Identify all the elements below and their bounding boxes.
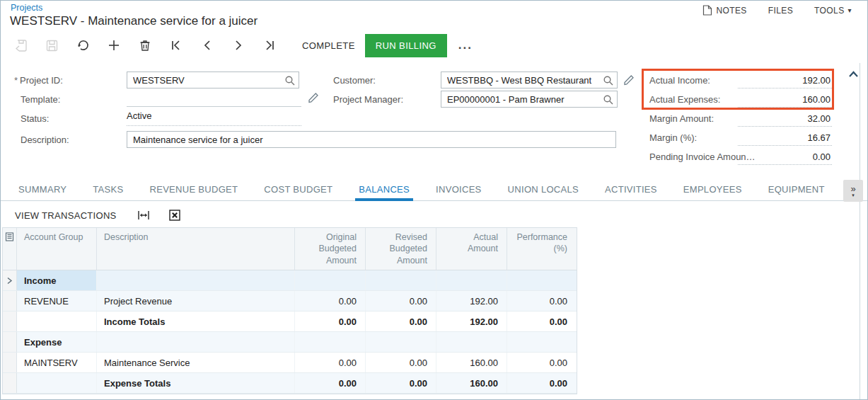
cell-revised-budgeted[interactable]: 0.00 — [366, 373, 436, 393]
tab-revenue-budget[interactable]: REVENUE BUDGET — [146, 178, 241, 200]
cell-description[interactable] — [97, 332, 295, 352]
project-manager-field[interactable] — [441, 91, 618, 108]
cell-actual-amount[interactable] — [436, 332, 507, 352]
row-selector[interactable] — [3, 270, 17, 290]
cell-revised-budgeted[interactable] — [366, 270, 436, 290]
customer-edit-pencil-icon[interactable] — [623, 74, 635, 86]
table-row[interactable]: Expense Totals 0.00 0.00 160.00 0.00 — [3, 373, 577, 394]
tab-equipment[interactable]: EQUIPMENT — [765, 178, 828, 200]
column-header-original-budgeted-amount[interactable]: Original Budgeted Amount — [295, 228, 366, 270]
cell-account-group[interactable] — [17, 373, 97, 393]
customer-field[interactable] — [441, 72, 618, 88]
search-icon[interactable] — [602, 93, 615, 106]
row-selector[interactable] — [3, 312, 17, 331]
cell-original-budgeted[interactable]: 0.00 — [295, 373, 366, 393]
project-id-input[interactable] — [127, 72, 299, 88]
tools-button[interactable]: TOOLS ▾ — [814, 6, 852, 16]
cell-revised-budgeted[interactable]: 0.00 — [366, 353, 436, 372]
notes-button[interactable]: NOTES — [702, 5, 746, 16]
collapse-panel-chevron-up-icon[interactable] — [848, 70, 860, 80]
description-field[interactable] — [127, 131, 616, 148]
tab-balances[interactable]: BALANCES — [355, 178, 413, 200]
cell-performance[interactable]: 0.00 — [507, 312, 576, 331]
row-selector[interactable] — [3, 373, 17, 393]
tab-cost-budget[interactable]: COST BUDGET — [260, 178, 336, 200]
delete-record-button[interactable] — [138, 38, 152, 52]
column-header-account-group[interactable]: Account Group — [17, 228, 97, 270]
cell-description[interactable]: Project Revenue — [97, 291, 295, 311]
customer-input[interactable] — [441, 72, 617, 88]
cell-performance[interactable] — [507, 332, 576, 352]
project-manager-input[interactable] — [441, 91, 617, 107]
column-header-revised-budgeted-amount[interactable]: Revised Budgeted Amount — [366, 228, 436, 270]
cell-actual-amount[interactable]: 192.00 — [436, 291, 507, 311]
search-icon[interactable] — [284, 74, 296, 87]
tab-activities[interactable]: ACTIVITIES — [601, 178, 661, 200]
cell-performance[interactable]: 0.00 — [507, 373, 576, 393]
tab-employees[interactable]: EMPLOYEES — [680, 178, 746, 200]
required-marker: * — [14, 75, 18, 86]
tab-invoices[interactable]: INVOICES — [432, 178, 485, 200]
cell-actual-amount[interactable]: 160.00 — [436, 353, 507, 372]
cell-revised-budgeted[interactable]: 0.00 — [366, 312, 436, 331]
more-actions-button[interactable]: ... — [458, 38, 473, 52]
cell-revised-budgeted[interactable] — [366, 332, 436, 352]
first-record-button[interactable] — [169, 38, 183, 52]
cell-actual-amount[interactable] — [436, 270, 507, 290]
previous-record-button[interactable] — [200, 38, 214, 52]
cell-description[interactable]: Expense Totals — [97, 373, 295, 393]
cell-original-budgeted[interactable] — [295, 332, 366, 352]
next-record-button[interactable] — [231, 38, 245, 52]
cell-original-budgeted[interactable]: 0.00 — [295, 353, 366, 372]
files-button[interactable]: FILES — [768, 6, 793, 16]
complete-button[interactable]: COMPLETE — [302, 40, 355, 51]
margin-amount-label: Margin Amount: — [649, 113, 714, 124]
cell-account-group[interactable]: Income — [17, 270, 97, 290]
column-header-description[interactable]: Description — [97, 228, 295, 270]
last-record-button[interactable] — [262, 38, 277, 52]
template-field[interactable] — [127, 91, 301, 107]
column-header-actual-amount[interactable]: Actual Amount — [436, 228, 507, 270]
cell-account-group[interactable]: REVENUE — [17, 291, 97, 311]
tab-union-locals[interactable]: UNION LOCALS — [504, 178, 582, 200]
tab-overflow-button[interactable]: » ▾ — [843, 180, 863, 202]
cell-original-budgeted[interactable] — [295, 270, 366, 290]
table-row[interactable]: MAINTSERV Maintenance Service 0.00 0.00 … — [3, 353, 577, 373]
add-record-button[interactable] — [107, 38, 121, 52]
breadcrumb[interactable]: Projects — [11, 3, 42, 13]
cell-original-budgeted[interactable]: 0.00 — [295, 291, 366, 311]
cell-description[interactable]: Income Totals — [97, 312, 295, 331]
fit-width-icon[interactable] — [137, 208, 151, 222]
tab-summary[interactable]: SUMMARY — [15, 178, 70, 200]
table-row[interactable]: Income — [3, 270, 577, 291]
table-row[interactable]: REVENUE Project Revenue 0.00 0.00 192.00… — [3, 291, 577, 312]
cell-performance[interactable] — [507, 270, 576, 290]
grid-settings-icon[interactable] — [3, 228, 17, 270]
undo-button[interactable] — [76, 38, 90, 52]
cell-performance[interactable]: 0.00 — [507, 291, 576, 311]
view-transactions-button[interactable]: VIEW TRANSACTIONS — [15, 210, 117, 221]
cell-description[interactable] — [97, 270, 295, 290]
run-billing-button[interactable]: RUN BILLING — [365, 34, 447, 57]
cell-actual-amount[interactable]: 160.00 — [436, 373, 507, 393]
cell-account-group[interactable] — [17, 312, 97, 331]
row-selector[interactable] — [3, 353, 17, 372]
cell-original-budgeted[interactable]: 0.00 — [295, 312, 366, 331]
template-edit-pencil-icon[interactable] — [307, 91, 320, 104]
tab-tasks[interactable]: TASKS — [89, 178, 127, 200]
project-id-field[interactable] — [127, 72, 299, 88]
cell-performance[interactable]: 0.00 — [507, 353, 576, 372]
column-header-performance[interactable]: Performance (%) — [507, 228, 576, 270]
export-excel-icon[interactable] — [168, 208, 182, 222]
row-selector[interactable] — [3, 291, 17, 311]
table-row[interactable]: Expense — [3, 332, 577, 353]
cell-account-group[interactable]: MAINTSERV — [17, 353, 97, 372]
cell-revised-budgeted[interactable]: 0.00 — [366, 291, 436, 311]
description-input[interactable] — [127, 132, 615, 147]
table-row[interactable]: Income Totals 0.00 0.00 192.00 0.00 — [3, 312, 577, 332]
cell-actual-amount[interactable]: 192.00 — [436, 312, 507, 331]
search-icon[interactable] — [602, 74, 615, 87]
row-selector[interactable] — [3, 332, 17, 352]
cell-account-group[interactable]: Expense — [17, 332, 97, 352]
cell-description[interactable]: Maintenance Service — [97, 353, 295, 372]
